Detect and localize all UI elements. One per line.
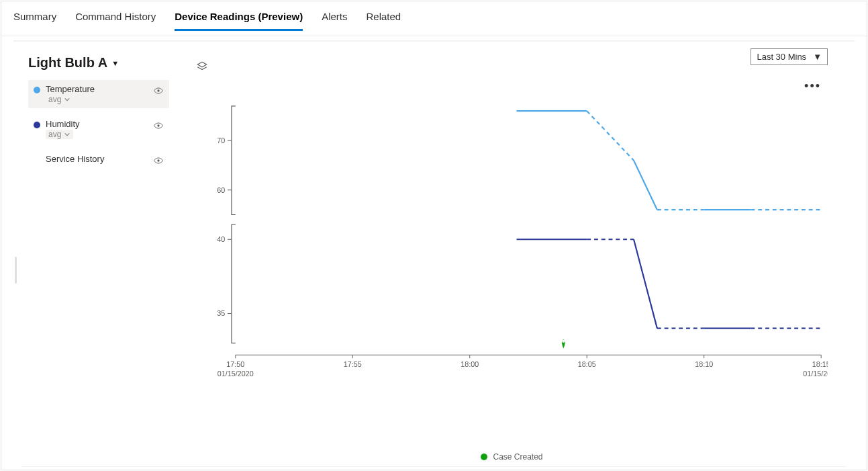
svg-text:17:50: 17:50 (226, 360, 244, 368)
tab-summary[interactable]: Summary (13, 11, 56, 30)
tab-command-history[interactable]: Command History (75, 11, 156, 30)
chart-plot[interactable]: 17:5017:5518:0018:0518:1018:1501/15/2020… (196, 99, 828, 389)
layers-icon[interactable] (196, 60, 208, 75)
visibility-toggle-icon[interactable] (153, 157, 164, 167)
aggregation-select[interactable]: avg (46, 95, 73, 104)
legend: Case Created (169, 452, 855, 462)
svg-text:70: 70 (217, 136, 225, 144)
series-color-dot-icon (34, 122, 40, 128)
measure-service-history[interactable]: Service History (28, 150, 169, 171)
measure-label: Service History (46, 154, 153, 164)
tab-alerts[interactable]: Alerts (322, 11, 347, 30)
device-selector[interactable]: Light Bulb A ▼ (28, 55, 169, 71)
tab-bar: SummaryCommand HistoryDevice Readings (P… (1, 1, 867, 36)
svg-text:18:15: 18:15 (812, 360, 828, 368)
svg-point-0 (157, 89, 159, 91)
svg-text:01/15/2020: 01/15/2020 (218, 370, 254, 378)
svg-text:35: 35 (217, 309, 225, 317)
svg-text:01/15/2020: 01/15/2020 (803, 370, 828, 378)
svg-point-2 (157, 159, 159, 161)
case-created-dot-icon (481, 454, 487, 460)
svg-text:18:10: 18:10 (695, 360, 713, 368)
svg-marker-3 (197, 62, 207, 67)
series-color-dot-icon (34, 87, 40, 93)
timerange-select[interactable]: Last 30 Mins ▼ (751, 48, 828, 65)
aggregation-select[interactable]: avg (46, 130, 73, 139)
measure-label: Temperature (46, 84, 153, 94)
visibility-toggle-icon[interactable] (153, 122, 164, 132)
tab-related[interactable]: Related (366, 11, 401, 30)
measure-label: Humidity (46, 119, 153, 129)
legend-case-created: Case Created (493, 452, 542, 462)
panel-splitter[interactable] (15, 257, 17, 284)
tab-device-readings-preview[interactable]: Device Readings (Preview) (175, 11, 303, 30)
chevron-down-icon: ▼ (111, 59, 119, 67)
timerange-label: Last 30 Mins (757, 52, 806, 62)
chevron-down-icon: ▼ (813, 52, 822, 62)
svg-text:18:00: 18:00 (461, 360, 479, 368)
svg-text:18:05: 18:05 (578, 360, 596, 368)
svg-point-27 (562, 340, 565, 343)
svg-text:17:55: 17:55 (344, 360, 362, 368)
chart-area: Last 30 Mins ▼ ••• 17:5017:5518:0018:051… (169, 55, 855, 470)
device-name: Light Bulb A (28, 55, 107, 71)
measure-humidity[interactable]: Humidityavg (28, 115, 169, 143)
more-button[interactable]: ••• (804, 79, 821, 93)
svg-point-1 (157, 124, 159, 126)
measure-temperature[interactable]: Temperatureavg (28, 80, 169, 108)
visibility-toggle-icon[interactable] (153, 87, 164, 97)
svg-text:40: 40 (217, 235, 225, 243)
measure-panel: Light Bulb A ▼ Temperatureavg Humidityav… (28, 55, 169, 470)
divider (13, 36, 855, 42)
divider (21, 466, 847, 467)
svg-text:60: 60 (217, 186, 225, 194)
